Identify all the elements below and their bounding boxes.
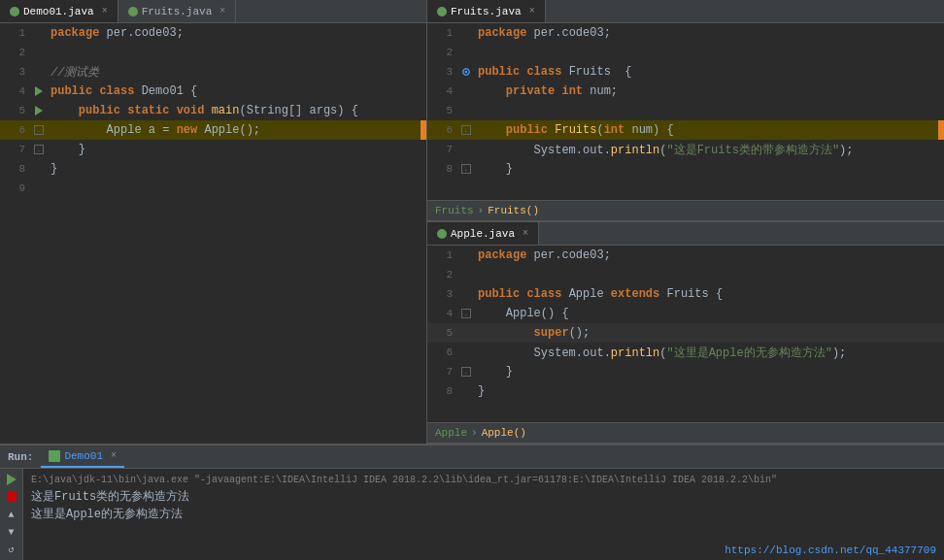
rb-gutter-4[interactable]: -	[458, 309, 474, 318]
stop-button[interactable]	[4, 490, 19, 504]
debug-arrow-3: ⊙	[462, 64, 470, 80]
tab-fruits-right-close[interactable]: ×	[529, 6, 535, 16]
line-content-9	[47, 181, 426, 195]
rt-content-2	[474, 46, 944, 59]
rb-num-7: 7	[427, 366, 458, 378]
line-content-4: public class Demo01 {	[47, 84, 426, 98]
rt-line-7: 7 System.out.println("这是Fruits类的带参构造方法")…	[427, 140, 944, 159]
rt-line-5: 5	[427, 101, 944, 120]
reload-button[interactable]: ↺	[4, 543, 19, 556]
left-panel: Demo01.java × Fruits.java × 1 package pe…	[0, 0, 427, 444]
run-arrow-4[interactable]	[35, 86, 43, 96]
line-gutter-7[interactable]: -	[31, 145, 47, 154]
tab-fruits-left-label: Fruits.java	[142, 6, 213, 17]
right-top-tab-bar: Fruits.java ×	[427, 0, 944, 23]
rt-num-8: 8	[427, 163, 458, 175]
rb-line-3: 3 public class Apple extends Fruits {	[427, 284, 944, 304]
fold-rb-4[interactable]: -	[461, 309, 471, 318]
rb-content-1: package per.code03;	[474, 248, 944, 262]
rb-gutter-7[interactable]: -	[458, 367, 474, 377]
rb-line-5: 5 super();	[427, 323, 944, 343]
line-content-1: package per.code03;	[47, 26, 426, 40]
tab-apple-close[interactable]: ×	[523, 228, 528, 239]
code-line-2: 2	[0, 43, 426, 62]
tab-demo01-label: Demo01.java	[23, 6, 94, 17]
command-output: E:\java\jdk-11\bin\java.exe "-javaagent:…	[31, 473, 936, 488]
rb-line-1: 1 package per.code03;	[427, 246, 944, 265]
fold-6[interactable]: -	[34, 125, 44, 135]
rb-num-4: 4	[427, 308, 458, 319]
right-bottom-code-editor: 1 package per.code03; 2 3	[427, 246, 944, 422]
rt-gutter-3[interactable]: ⊙	[458, 64, 474, 80]
fold-rt-6[interactable]: -	[461, 125, 471, 135]
run-toolbar: ▲ ▼ ↺	[0, 469, 23, 560]
run-tab-bar: Run: Demo01 ×	[0, 445, 944, 469]
rb-line-8: 8 }	[427, 381, 944, 401]
fold-7[interactable]: -	[34, 145, 44, 154]
csdn-link[interactable]: https://blog.csdn.net/qq_44377709	[725, 544, 936, 556]
line-num-9: 9	[0, 182, 31, 194]
line-gutter-6[interactable]: -	[31, 125, 47, 135]
rb-content-4: Apple() {	[474, 307, 944, 320]
tab-demo01-close[interactable]: ×	[102, 6, 108, 16]
rt-content-5	[474, 104, 944, 117]
line-content-3: //测试类	[47, 64, 426, 81]
rt-line-4: 4 private int num;	[427, 82, 944, 101]
line-num-3: 3	[0, 66, 31, 78]
run-content: ▲ ▼ ↺ E:\java\jdk-11\bin\java.exe "-java…	[0, 469, 944, 560]
tab-demo01[interactable]: Demo01.java ×	[0, 0, 118, 22]
right-top-code-editor: 1 package per.code03; 2 3	[427, 23, 944, 200]
code-line-9: 9	[0, 179, 426, 198]
rt-gutter-8[interactable]: -	[458, 164, 474, 174]
line-num-8: 8	[0, 163, 31, 175]
play-button[interactable]	[4, 473, 19, 486]
line-num-6: 6	[0, 124, 31, 136]
tab-fruits-left-close[interactable]: ×	[219, 6, 225, 16]
rb-num-5: 5	[427, 327, 458, 339]
rt-num-2: 2	[427, 47, 458, 58]
run-tab-close[interactable]: ×	[111, 450, 117, 461]
right-bottom-breadcrumb: Apple › Apple()	[427, 422, 944, 444]
rt-content-4: private int num;	[474, 84, 944, 98]
rt-content-3: public class Fruits {	[474, 65, 944, 79]
run-tab-label: Demo01	[64, 450, 103, 462]
rt-line-6: 6 - public Fruits(int num) {	[427, 120, 944, 140]
rb-content-3: public class Apple extends Fruits {	[474, 287, 944, 301]
fold-rb-7[interactable]: -	[461, 367, 471, 377]
tab-fruits-left[interactable]: Fruits.java ×	[118, 0, 237, 22]
run-arrow-5[interactable]	[35, 106, 43, 115]
tab-apple-label: Apple.java	[451, 228, 515, 240]
tab-apple[interactable]: Apple.java ×	[427, 222, 539, 245]
editor-container: Demo01.java × Fruits.java × 1 package pe…	[0, 0, 944, 560]
line-content-5: public static void main(String[] args) {	[47, 104, 426, 117]
tab-fruits-right[interactable]: Fruits.java ×	[427, 0, 546, 22]
code-line-1: 1 package per.code03;	[0, 23, 426, 43]
rb-line-2: 2	[427, 265, 944, 284]
line-gutter-4[interactable]	[31, 86, 47, 96]
line-content-6: Apple a = new Apple();	[47, 123, 426, 137]
tab-fruits-right-label: Fruits.java	[451, 6, 522, 17]
bookmark-6	[421, 120, 426, 140]
rt-line-1: 1 package per.code03;	[427, 23, 944, 43]
rt-content-8: }	[474, 162, 944, 176]
code-line-6: 6 - Apple a = new Apple();	[0, 120, 426, 140]
rb-num-1: 1	[427, 249, 458, 261]
down-button[interactable]: ▼	[4, 525, 19, 539]
run-panel: Run: Demo01 × ▲ ▼	[0, 444, 944, 560]
rb-content-2	[474, 268, 944, 281]
rt-num-5: 5	[427, 105, 458, 116]
rt-gutter-6[interactable]: -	[458, 125, 474, 135]
line-content-2	[47, 46, 426, 59]
rt-num-1: 1	[427, 27, 458, 39]
editor-area: Demo01.java × Fruits.java × 1 package pe…	[0, 0, 944, 444]
output-line-1: 这是Fruits类的无参构造方法	[31, 488, 936, 506]
code-line-3: 3 //测试类	[0, 62, 426, 82]
output-line-2: 这里是Apple的无参构造方法	[31, 506, 936, 523]
right-top: Fruits.java × 1 package per.code03;	[427, 0, 944, 222]
fold-rt-8[interactable]: -	[461, 164, 471, 174]
up-button[interactable]: ▲	[4, 508, 19, 521]
line-gutter-5[interactable]	[31, 106, 47, 115]
run-tab-demo01[interactable]: Demo01 ×	[41, 445, 124, 468]
rt-num-4: 4	[427, 85, 458, 97]
line-num-7: 7	[0, 144, 31, 155]
